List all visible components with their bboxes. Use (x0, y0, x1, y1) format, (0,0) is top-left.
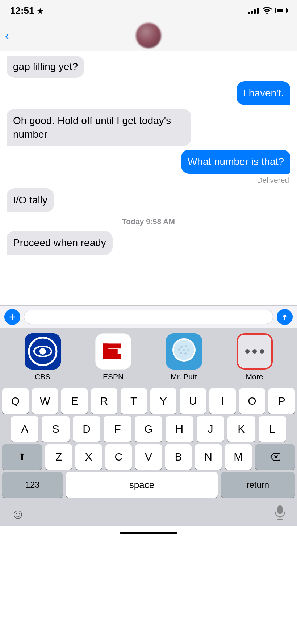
mrputt-label: Mr. Putt (171, 372, 197, 381)
message-input-bar (0, 305, 297, 328)
home-bar (120, 532, 177, 534)
svg-point-15 (187, 349, 189, 351)
status-bar: 12:51 (0, 0, 297, 20)
avatar[interactable] (136, 23, 161, 48)
key-t[interactable]: T (121, 388, 147, 414)
location-icon (37, 8, 43, 14)
keyboard-row-1: Q W E R T Y U I O P (0, 386, 297, 414)
key-s[interactable]: S (42, 416, 69, 442)
keyboard-extra-row: ☺ (0, 500, 297, 526)
signal-icon (248, 7, 259, 14)
app-strip: CBS ESPN (0, 328, 297, 386)
app-item-mrputt[interactable]: Mr. Putt (148, 333, 219, 381)
bubble-incoming: Oh good. Hold off until I get today's nu… (7, 109, 191, 146)
svg-point-14 (185, 345, 187, 347)
three-dots (245, 349, 264, 354)
key-k[interactable]: K (227, 416, 255, 442)
message-row: Oh good. Hold off until I get today's nu… (7, 109, 290, 146)
backspace-key[interactable] (255, 444, 295, 470)
message-row: Proceed when ready (7, 231, 290, 255)
svg-point-19 (183, 349, 185, 351)
key-j[interactable]: J (197, 416, 224, 442)
key-y[interactable]: Y (150, 388, 177, 414)
send-button[interactable] (277, 309, 293, 325)
key-a[interactable]: A (11, 416, 38, 442)
key-v[interactable]: V (135, 444, 162, 470)
keyboard-row-3: ⬆ Z X C V B N M (0, 442, 297, 470)
app-item-espn[interactable]: ESPN (78, 333, 148, 381)
space-key[interactable]: space (66, 472, 217, 498)
key-n[interactable]: N (195, 444, 222, 470)
bubble-incoming: Proceed when ready (7, 231, 113, 255)
bubble-outgoing: What number is that? (181, 150, 290, 174)
home-indicator (0, 526, 297, 539)
key-c[interactable]: C (105, 444, 132, 470)
more-icon (237, 333, 273, 370)
keyboard: Q W E R T Y U I O P A S D F G H J K L ⬆ … (0, 386, 297, 526)
key-q[interactable]: Q (2, 388, 29, 414)
key-p[interactable]: P (268, 388, 295, 414)
keyboard-bottom-row: 123 space return (0, 470, 297, 500)
message-row: I/O tally (7, 188, 290, 212)
key-b[interactable]: B (165, 444, 192, 470)
shift-key[interactable]: ⬆ (2, 444, 42, 470)
bubble-incoming: I/O tally (7, 188, 54, 212)
key-u[interactable]: U (180, 388, 206, 414)
microphone-key[interactable] (274, 505, 286, 523)
status-icons (248, 7, 287, 14)
nav-bar: ‹ (0, 20, 297, 51)
bubble-incoming: gap filling yet? (7, 56, 84, 78)
svg-point-17 (180, 352, 182, 354)
key-f[interactable]: F (104, 416, 131, 442)
key-d[interactable]: D (73, 416, 100, 442)
key-w[interactable]: W (32, 388, 58, 414)
timestamp: Today 9:58 AM (7, 217, 290, 226)
svg-point-18 (178, 348, 180, 351)
key-l[interactable]: L (259, 416, 286, 442)
mrputt-icon (166, 333, 202, 370)
return-key[interactable]: return (221, 472, 295, 498)
numbers-key[interactable]: 123 (2, 472, 63, 498)
espn-label: ESPN (103, 372, 124, 381)
bubble-outgoing: I haven't. (237, 81, 290, 105)
app-item-cbs[interactable]: CBS (7, 333, 78, 381)
message-row: I haven't. (7, 81, 290, 105)
message-row: gap filling yet? (7, 56, 290, 78)
svg-rect-8 (103, 354, 121, 359)
cbs-icon (25, 333, 61, 370)
keyboard-row-2: A S D F G H J K L (0, 414, 297, 442)
app-item-more[interactable]: More (219, 333, 290, 381)
key-r[interactable]: R (91, 388, 117, 414)
svg-point-13 (180, 346, 183, 348)
svg-point-3 (39, 348, 46, 355)
svg-rect-20 (277, 505, 283, 514)
delivered-status: Delivered (7, 176, 290, 185)
svg-rect-6 (103, 343, 121, 348)
message-row: What number is that? (7, 150, 290, 174)
app-icon-button[interactable] (4, 309, 20, 325)
wifi-icon (262, 7, 272, 14)
key-x[interactable]: X (75, 444, 102, 470)
key-h[interactable]: H (166, 416, 193, 442)
key-g[interactable]: G (135, 416, 162, 442)
svg-point-16 (184, 352, 187, 355)
more-label: More (246, 372, 263, 381)
message-input[interactable] (24, 310, 273, 324)
emoji-key[interactable]: ☺ (11, 506, 25, 522)
messages-area: gap filling yet? I haven't. Oh good. Hol… (0, 51, 297, 305)
key-e[interactable]: E (61, 388, 88, 414)
back-button[interactable]: ‹ (5, 29, 9, 42)
timestamp-rest: 9:58 AM (144, 217, 175, 226)
key-i[interactable]: I (209, 388, 236, 414)
cbs-label: CBS (35, 372, 50, 381)
key-o[interactable]: O (239, 388, 265, 414)
status-time: 12:51 (10, 5, 34, 16)
timestamp-bold: Today (122, 217, 144, 226)
key-z[interactable]: Z (45, 444, 72, 470)
battery-icon (275, 8, 287, 13)
espn-icon (95, 333, 131, 370)
key-m[interactable]: M (225, 444, 252, 470)
svg-rect-7 (103, 349, 117, 354)
